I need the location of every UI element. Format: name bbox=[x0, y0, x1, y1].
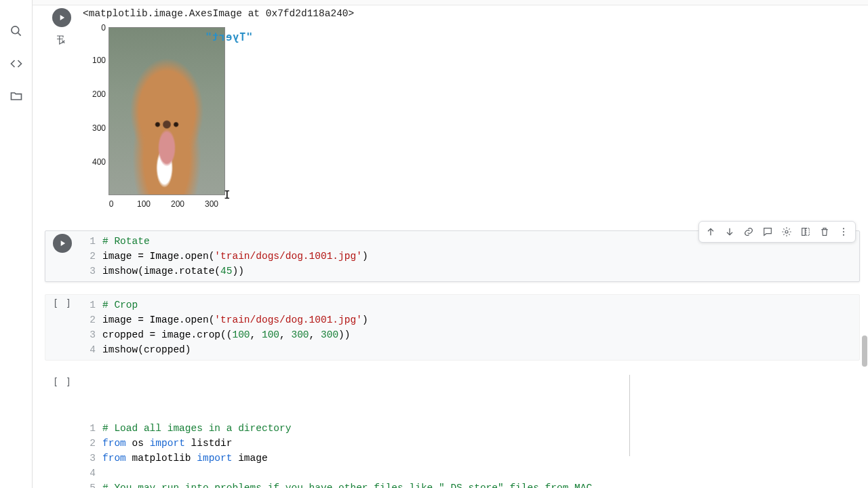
cell-toolbar bbox=[698, 221, 856, 243]
svg-point-6 bbox=[843, 231, 844, 232]
svg-point-7 bbox=[843, 235, 844, 236]
arrow-down-icon[interactable] bbox=[721, 223, 738, 241]
more-icon[interactable] bbox=[835, 223, 852, 241]
ytick: 300 bbox=[83, 123, 106, 133]
code-cell-rotate[interactable]: 1# Rotate2image = Image.open('train/dogs… bbox=[45, 230, 860, 282]
svg-line-1 bbox=[18, 33, 20, 36]
mirror-icon[interactable] bbox=[797, 223, 814, 241]
code-cell-loadall[interactable]: [ ] 1# Load all images in a directory2fr… bbox=[45, 373, 860, 488]
ytick: 100 bbox=[83, 56, 106, 65]
code-icon[interactable] bbox=[9, 57, 23, 70]
exec-bracket: [ ] bbox=[53, 298, 72, 308]
arrow-up-icon[interactable] bbox=[702, 223, 719, 241]
svg-point-5 bbox=[843, 228, 844, 229]
output-cell: <matplotlib.image.AxesImage at 0x7fd2d11… bbox=[45, 5, 860, 216]
text-cursor: I bbox=[224, 188, 231, 201]
code-cell-crop[interactable]: [ ] 1# Crop2image = Image.open('train/do… bbox=[45, 294, 860, 361]
notebook-scroll[interactable]: <matplotlib.image.AxesImage at 0x7fd2d11… bbox=[33, 5, 868, 488]
output-plot: "Tyert" I 0 100 200 300 400 0 100 200 30… bbox=[83, 23, 856, 213]
svg-point-2 bbox=[785, 230, 788, 233]
ytick: 0 bbox=[83, 23, 106, 33]
left-rail bbox=[0, 0, 33, 488]
comment-icon[interactable] bbox=[759, 223, 776, 241]
xtick: 0 bbox=[101, 199, 121, 209]
output-repr: <matplotlib.image.AxesImage at 0x7fd2d11… bbox=[83, 8, 856, 19]
plot-watermark: "Tyert" bbox=[205, 31, 252, 43]
scrollbar-thumb[interactable] bbox=[862, 336, 867, 367]
ytick: 400 bbox=[83, 157, 106, 167]
run-button[interactable] bbox=[52, 8, 71, 27]
delete-icon[interactable] bbox=[816, 223, 833, 241]
exec-bracket: [ ] bbox=[53, 376, 72, 387]
code-editor[interactable]: 1# Crop2image = Image.open('train/dogs/d… bbox=[79, 295, 859, 360]
xtick: 300 bbox=[201, 199, 222, 209]
plot-image bbox=[108, 27, 225, 195]
code-editor[interactable]: 1# Load all images in a directory2from o… bbox=[79, 373, 859, 488]
svg-point-0 bbox=[11, 26, 18, 34]
folder-icon[interactable] bbox=[9, 89, 23, 103]
svg-rect-3 bbox=[802, 228, 806, 236]
xtick: 100 bbox=[134, 199, 154, 209]
editor-ruler bbox=[629, 375, 630, 456]
ytick: 200 bbox=[83, 89, 106, 99]
settings-icon[interactable] bbox=[778, 223, 795, 241]
xtick: 200 bbox=[167, 199, 188, 209]
search-icon[interactable] bbox=[9, 24, 23, 38]
link-icon[interactable] bbox=[740, 223, 757, 241]
toolbar-strip bbox=[33, 0, 868, 5]
run-button[interactable] bbox=[53, 234, 72, 253]
clear-output-icon[interactable] bbox=[55, 34, 68, 47]
svg-rect-4 bbox=[806, 228, 810, 236]
